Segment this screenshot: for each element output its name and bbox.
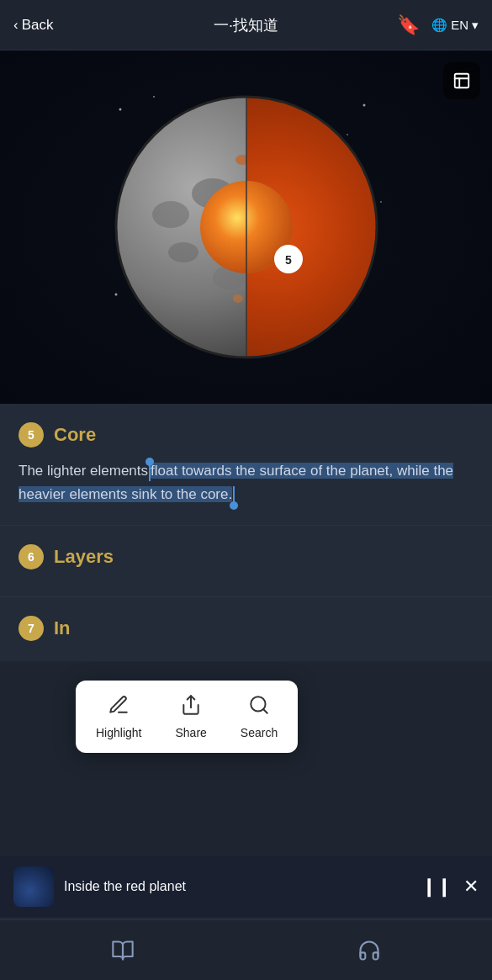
bookmark-icon[interactable]: 🔖 — [397, 14, 420, 36]
save-image-button[interactable] — [443, 62, 480, 99]
section-title-core: Core — [54, 424, 96, 446]
svg-point-1 — [153, 96, 155, 98]
highlight-menu-item[interactable]: Highlight — [96, 694, 141, 739]
back-label: Back — [22, 17, 54, 34]
section-core-header: 5 Core — [19, 422, 473, 448]
highlight-label: Highlight — [96, 726, 141, 739]
section-badge-6: 6 — [19, 544, 44, 569]
section-body-core[interactable]: The lighter elementsfloat towards the su… — [19, 459, 473, 506]
share-icon — [180, 694, 202, 721]
header-right: 🔖 🌐 EN ▾ — [397, 14, 479, 36]
highlight-icon — [108, 694, 130, 721]
thumbnail-image — [13, 866, 54, 907]
nav-book[interactable] — [111, 939, 135, 962]
context-menu: Highlight Share Search — [76, 681, 298, 753]
planet-diagram: 5 — [103, 84, 389, 370]
section-layers-header: 6 Layers — [19, 544, 473, 569]
hero-image: 5 — [0, 50, 492, 404]
svg-point-0 — [119, 109, 121, 111]
section-badge-7: 7 — [19, 616, 44, 641]
section-layers: 6 Layers — [0, 526, 492, 597]
svg-text:5: 5 — [285, 253, 292, 267]
svg-point-3 — [347, 134, 348, 135]
bottom-navigation — [0, 919, 492, 980]
nav-headphones[interactable] — [357, 939, 381, 962]
svg-point-2 — [362, 104, 365, 107]
section-title-layers: Layers — [54, 546, 114, 568]
text-pre-selection: The lighter elements — [19, 463, 148, 479]
globe-icon: 🌐 — [431, 18, 447, 33]
now-playing-thumbnail — [13, 866, 54, 907]
svg-rect-27 — [455, 74, 469, 88]
search-label: Search — [241, 726, 278, 739]
lang-label: EN — [451, 18, 468, 32]
language-selector[interactable]: 🌐 EN ▾ — [431, 18, 479, 33]
now-playing-controls: ❙❙ ✕ — [421, 876, 479, 898]
section-7-header: 7 In — [19, 616, 473, 641]
section-7: 7 In — [0, 597, 492, 661]
svg-point-17 — [168, 242, 198, 262]
svg-point-21 — [233, 294, 243, 303]
chevron-down-icon: ▾ — [472, 18, 479, 33]
search-icon — [248, 694, 270, 721]
back-button[interactable]: ‹ Back — [13, 17, 53, 34]
section-core: 5 Core The lighter elementsfloat towards… — [0, 404, 492, 526]
content-area: 5 Core The lighter elementsfloat towards… — [0, 404, 492, 661]
close-button[interactable]: ✕ — [463, 876, 479, 898]
svg-point-7 — [380, 201, 382, 203]
header: ‹ Back 一·找知道 🔖 🌐 EN ▾ — [0, 0, 492, 50]
svg-point-19 — [152, 201, 189, 228]
section-title-7: In — [54, 617, 71, 639]
pause-button[interactable]: ❙❙ — [421, 876, 452, 898]
now-playing-title: Inside the red planet — [64, 879, 411, 894]
now-playing-bar: Inside the red planet ❙❙ ✕ — [0, 856, 492, 917]
section-badge-5: 5 — [19, 422, 44, 448]
search-menu-item[interactable]: Search — [241, 694, 278, 739]
share-label: Share — [175, 726, 206, 739]
share-menu-item[interactable]: Share — [175, 694, 206, 739]
svg-point-5 — [114, 294, 117, 296]
svg-line-32 — [263, 709, 267, 713]
cursor-end — [233, 486, 235, 505]
chevron-left-icon: ‹ — [13, 17, 19, 34]
header-title: 一·找知道 — [214, 15, 278, 35]
